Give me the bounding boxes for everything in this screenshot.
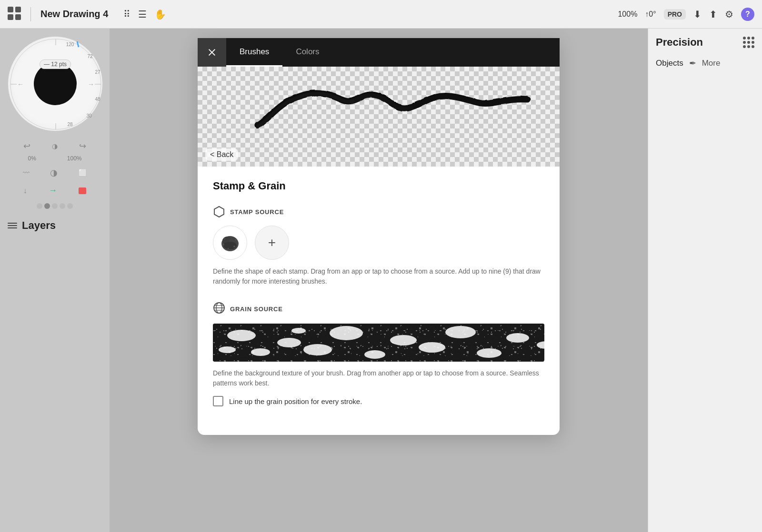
slider-dot-3: [52, 203, 58, 209]
precision-title: Precision: [656, 36, 703, 49]
grain-checkbox[interactable]: [213, 396, 223, 406]
plus-icon: +: [268, 236, 276, 249]
left-panel: ← → 120 72 27 48 30 28 — 12 pts ↩ ◑ ↪: [0, 29, 110, 532]
modal-panel: Brushes Colors: [198, 38, 560, 435]
svg-text:48: 48: [95, 97, 100, 102]
grain-preview[interactable]: [213, 324, 544, 362]
stamp-description: Define the shape of each stamp. Drag fro…: [213, 266, 544, 286]
flow-label: 100%: [67, 155, 82, 162]
top-bar-right: 100% ↑0° PRO ⬇ ⬆ ⚙ ?: [618, 8, 754, 21]
question-mark: ?: [745, 10, 750, 19]
svg-point-21: [224, 238, 225, 239]
brush-wheel[interactable]: ← → 120 72 27 48 30 28 — 12 pts: [8, 36, 103, 131]
color-balance-icon: ◑: [50, 167, 58, 178]
stamp-source-label: STAMP SOURCE: [230, 208, 284, 216]
stamp-sources-list: +: [213, 226, 544, 260]
grain-source-label: GRAIN SOURCE: [230, 305, 283, 313]
brush-preview-area: < Back: [198, 67, 560, 167]
slider-dot-5: [67, 203, 73, 209]
svg-point-22: [233, 246, 235, 247]
objects-row: Objects ✒ More: [656, 58, 754, 69]
layers-label: Layers: [22, 219, 56, 232]
objects-label[interactable]: Objects: [656, 59, 683, 68]
down-arrow-icon[interactable]: ↓: [23, 187, 27, 195]
top-bar: New Drawing 4 ⠿ ☰ ✋ 100% ↑0° PRO ⬇ ⬆ ⚙ ?: [0, 0, 762, 29]
svg-point-40: [477, 348, 501, 358]
svg-point-18: [223, 242, 237, 249]
smudge-icon[interactable]: 〰: [23, 169, 30, 177]
svg-text:←: ←: [17, 80, 24, 88]
svg-line-13: [77, 41, 79, 47]
stamp-icon: [79, 187, 86, 194]
svg-point-35: [506, 333, 529, 343]
stamp-source-section: STAMP SOURCE: [213, 206, 544, 286]
stamp-source-item-1[interactable]: [213, 226, 247, 260]
grid-dots-icon[interactable]: ⠿: [123, 9, 130, 20]
svg-point-43: [291, 328, 306, 334]
svg-point-19: [222, 244, 224, 246]
svg-point-32: [330, 326, 363, 340]
back-button[interactable]: < Back: [205, 148, 238, 161]
slider-dot-1: [37, 203, 42, 209]
grain-description: Define the background texture of your br…: [213, 368, 544, 388]
modal-header: Brushes Colors: [198, 38, 560, 67]
stamp-source-add-button[interactable]: +: [255, 226, 289, 260]
right-panel: Precision Objects ✒ More: [648, 29, 762, 532]
share-icon[interactable]: ⬆: [709, 9, 717, 20]
modal-body: Stamp & Grain STAMP SOURCE: [198, 167, 560, 435]
download-icon[interactable]: ⬇: [693, 9, 702, 20]
touch-icon[interactable]: ✋: [154, 9, 166, 20]
top-bar-center: ⠿ ☰ ✋: [123, 9, 166, 20]
close-icon: [207, 48, 217, 57]
right-arrow-icon[interactable]: →: [49, 186, 57, 196]
svg-point-42: [219, 346, 236, 353]
svg-point-23: [228, 248, 229, 249]
svg-point-39: [419, 342, 445, 353]
checkbox-label: Line up the grain position for every str…: [229, 397, 362, 405]
pro-badge: PRO: [664, 9, 686, 20]
svg-text:30: 30: [86, 113, 92, 118]
svg-point-20: [235, 239, 237, 241]
help-button[interactable]: ?: [741, 8, 754, 21]
stamp-source-header: STAMP SOURCE: [213, 206, 544, 218]
app-title: New Drawing 4: [40, 9, 108, 20]
tab-colors[interactable]: Colors: [282, 38, 332, 67]
svg-point-34: [445, 326, 476, 338]
grid-icon[interactable]: [8, 7, 23, 22]
pen-tool-icon[interactable]: ✒: [689, 58, 696, 69]
svg-point-38: [364, 350, 385, 359]
svg-point-37: [303, 344, 332, 355]
grain-source-header: GRAIN SOURCE: [213, 302, 544, 316]
zoom-label[interactable]: 100%: [618, 10, 637, 19]
grid-dots-button[interactable]: [743, 37, 754, 48]
eraser-icon[interactable]: ⬜: [79, 169, 87, 177]
hamburger-icon[interactable]: [8, 223, 17, 228]
rotation-label: ↑0°: [645, 10, 656, 19]
brush-size-label: — 12 pts: [40, 61, 71, 68]
svg-point-36: [251, 348, 270, 356]
divider: [30, 7, 31, 21]
settings-icon[interactable]: ⚙: [725, 9, 733, 20]
tab-brushes[interactable]: Brushes: [226, 38, 282, 67]
layers-section[interactable]: Layers: [8, 217, 102, 235]
svg-point-31: [277, 338, 301, 347]
more-label[interactable]: More: [702, 59, 721, 68]
hex-icon: [213, 206, 225, 218]
undo-icon[interactable]: ↩: [23, 141, 30, 151]
precision-section: Precision: [656, 36, 754, 49]
redo-icon[interactable]: ↪: [79, 141, 86, 151]
svg-text:27: 27: [95, 69, 100, 75]
grain-source-section: GRAIN SOURCE: [213, 302, 544, 406]
globe-icon: [213, 302, 225, 316]
close-button[interactable]: [198, 38, 226, 67]
menu-icon[interactable]: ☰: [138, 9, 147, 20]
slider-dot-2: [44, 203, 50, 209]
svg-point-41: [537, 341, 544, 349]
slider-row: [8, 203, 102, 209]
svg-point-33: [390, 335, 417, 345]
half-circle-icon: ◑: [52, 142, 58, 150]
svg-point-30: [227, 330, 256, 341]
main-area: Brushes Colors: [110, 29, 648, 532]
section-title: Stamp & Grain: [213, 180, 544, 192]
opacity-label: 0%: [28, 155, 36, 162]
